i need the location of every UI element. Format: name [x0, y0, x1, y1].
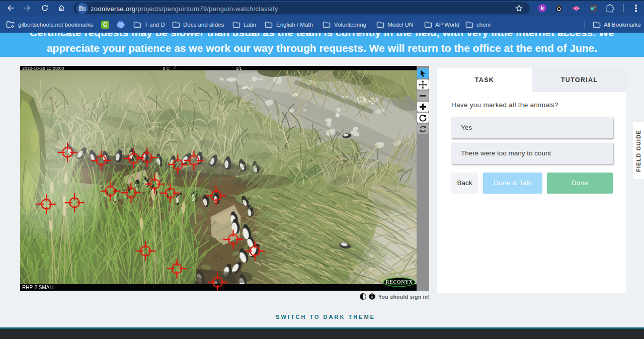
- svg-text:1/1: 1/1: [236, 66, 243, 70]
- svg-text:RECONYX: RECONYX: [385, 279, 413, 285]
- svg-text:☾: ☾: [174, 66, 177, 71]
- svg-text:8 C: 8 C: [163, 66, 170, 70]
- svg-text:2022-10-28 13:08:00: 2022-10-28 13:08:00: [22, 66, 64, 70]
- svg-text:RHP-2 SMALL: RHP-2 SMALL: [22, 285, 55, 290]
